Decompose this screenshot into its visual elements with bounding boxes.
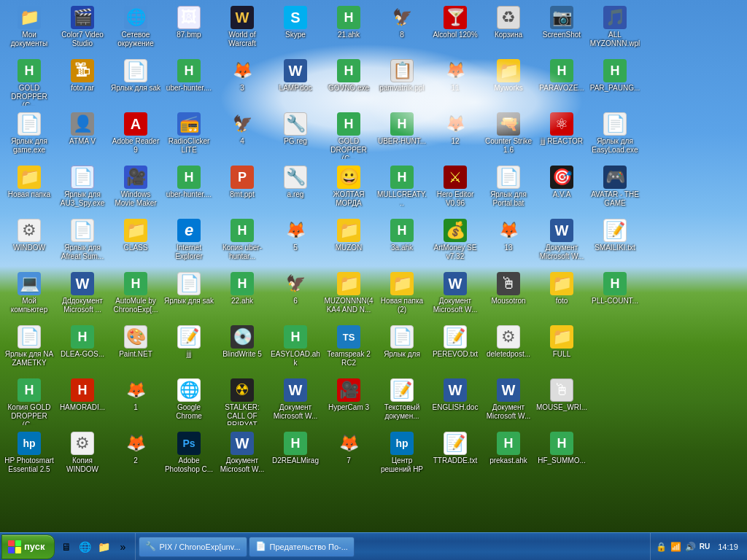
icon-hero-editor[interactable]: ⚔Hero Editor V0.96 bbox=[429, 163, 481, 215]
icon-prekast-ahk[interactable]: Hprekast.ahk bbox=[482, 429, 535, 481]
icon-icon3[interactable]: 🦊3 bbox=[216, 56, 268, 109]
icon-alcohol[interactable]: 🍸Alcohol 120% bbox=[429, 3, 481, 55]
icon-gold-dropper1[interactable]: HGOLD DROPPER (С... bbox=[3, 56, 55, 109]
icon-deletedpost[interactable]: ⚙deletedpost... bbox=[482, 322, 535, 375]
icon-icon4[interactable]: 🦅4 bbox=[216, 109, 268, 162]
start-button[interactable]: пуск bbox=[1, 534, 55, 559]
icon-doc-microsoft3[interactable]: WДокумент Microsoft W... bbox=[269, 376, 322, 428]
icon-uber-hunter2[interactable]: Huber-hunter.... bbox=[163, 163, 215, 215]
icon-doc-microsoft2[interactable]: WДокумент Microsoft W... bbox=[216, 429, 268, 481]
icon-adobe-photoshop[interactable]: PsAdobe Photoshop C... bbox=[163, 429, 215, 481]
icon-ttradde-txt[interactable]: 📝TTRADDE.txt bbox=[429, 429, 481, 481]
icon-par-paung[interactable]: HPAR_PAUNG... bbox=[589, 56, 641, 109]
extra-quick-icon[interactable]: » bbox=[115, 538, 132, 556]
ie-quick-icon[interactable]: 🌐 bbox=[77, 538, 94, 556]
taskbar-item-pix[interactable]: 🔧 PIX / ChronoExp[unv... bbox=[139, 537, 247, 557]
icon-smailiki-txt[interactable]: 📝SMAILIKI.txt bbox=[589, 216, 641, 268]
icon-icon5[interactable]: 🦊5 bbox=[269, 216, 322, 268]
icon-shortcut-sak2[interactable]: 📄Ярлык для sak bbox=[163, 269, 215, 322]
icon-blindwrite[interactable]: 💿BlindWrite 5 bbox=[216, 322, 268, 375]
icon-copy-window[interactable]: ⚙Копия WINDOW bbox=[56, 429, 109, 481]
icon-govno-exe[interactable]: HGOVNO.exe bbox=[322, 56, 375, 109]
icon-foto-rar[interactable]: 🗜foto.rar bbox=[56, 56, 109, 109]
icon-icon8[interactable]: 🦅8 bbox=[376, 3, 428, 55]
icon-automule[interactable]: HAutoMule by ChronoExp[... bbox=[109, 269, 162, 322]
icon-jjj[interactable]: 📝jjj bbox=[163, 322, 215, 375]
icon-pamvatnik-ppl[interactable]: 📋pamvatnik.ppl bbox=[376, 56, 428, 109]
icon-pll-count[interactable]: HPLL-COUNT... bbox=[589, 269, 641, 322]
icon-icon87bmp[interactable]: 🖼87.bmp bbox=[163, 3, 215, 55]
icon-icon13[interactable]: 🦊13 bbox=[482, 216, 535, 268]
icon-icon8mt-ppt[interactable]: P8mt.ppt bbox=[216, 163, 268, 215]
icon-copy-uber-hunter[interactable]: HКопия uber-huntar... bbox=[216, 216, 268, 268]
icon-hp-photosmart[interactable]: hpHP Photosmart Essential 2.5 bbox=[3, 429, 55, 481]
icon-shortcut-portal[interactable]: 📄Ярлык для Portal.bat bbox=[482, 163, 535, 215]
icon-english-doc[interactable]: WENGLISH.doc bbox=[429, 376, 481, 428]
icon-copy-gold-dropper[interactable]: HКопия GOLD DROPPER (С... bbox=[3, 376, 55, 428]
icon-jjj-reactor[interactable]: ⚛jjj REACTOR bbox=[535, 109, 588, 162]
tray-network-icon[interactable]: 📶 bbox=[670, 541, 681, 553]
icon-d2realm-rag[interactable]: HD2REALMirag bbox=[269, 429, 322, 481]
icon-icon6[interactable]: 🦅6 bbox=[269, 269, 322, 322]
icon-mouse-wri[interactable]: 🖱MOUSE_WRI... bbox=[535, 376, 588, 428]
icon-gold-dropper2[interactable]: HGOLD DROPPER (С... bbox=[322, 109, 375, 162]
icon-doc-microsoft4[interactable]: WДокумент Microsoft W... bbox=[429, 269, 481, 322]
icon-shortcut-easyload[interactable]: 📄Ярлык для EasyLoad.exe bbox=[589, 109, 641, 162]
icon-network[interactable]: 🌐Сетевое окружение bbox=[109, 3, 162, 55]
icon-icon12[interactable]: 🦊12 bbox=[429, 109, 481, 162]
icon-icon7[interactable]: 🦊7 bbox=[322, 429, 375, 481]
icon-perevod-txt[interactable]: 📝PEREVOD.txt bbox=[429, 322, 481, 375]
icon-shortcut-au3spy[interactable]: 📄Ярлык для AU3_Spy.exe bbox=[56, 163, 109, 215]
icon-korzina[interactable]: ♻Корзина bbox=[482, 3, 535, 55]
icon-hf-summo[interactable]: HHF_SUMMO... bbox=[535, 429, 588, 481]
icon-hypercam[interactable]: 🎥HyperCam 3 bbox=[322, 376, 375, 428]
icon-shortcut-sak[interactable]: 📄Ярлык для sak bbox=[109, 56, 162, 109]
icon-window[interactable]: ⚙WINDOW bbox=[3, 216, 55, 268]
icon-doc-microsoft6[interactable]: WДокумент Microsoft W... bbox=[535, 216, 588, 268]
icon-class[interactable]: 📁CLASS bbox=[109, 216, 162, 268]
icon-world-of-warcraft[interactable]: WWorld of Warcraft bbox=[216, 3, 268, 55]
icon-new-folder2[interactable]: 📁Новая папка (2) bbox=[376, 269, 428, 322]
icon-color7-video[interactable]: 🎬Color7 Video Studio bbox=[56, 3, 109, 55]
icon-atma-v[interactable]: 👤ATMA V bbox=[56, 109, 109, 162]
icon-shortcut-afreat[interactable]: 📄Ярлык для Afreat Sum... bbox=[56, 216, 109, 268]
icon-doc-microsoft5[interactable]: WДокумент Microsoft W... bbox=[482, 376, 535, 428]
icon-shortcut-nazametky[interactable]: 📄Ярлык для NA ZAMETKY bbox=[3, 322, 55, 375]
icon-pg-reg[interactable]: 🔧PG.reg bbox=[269, 109, 322, 162]
icon-muzonnnn[interactable]: 📁MUZONNNN(4 KA4 AND N... bbox=[322, 269, 375, 322]
icon-adobe-reader[interactable]: AAdobe Reader 9 bbox=[109, 109, 162, 162]
tray-volume-icon[interactable]: 🔊 bbox=[684, 541, 696, 553]
icon-avatar-game[interactable]: 🎮AVATAR - THE GAME bbox=[589, 163, 641, 215]
icon-hamoradi[interactable]: HHAMORADI... bbox=[56, 376, 109, 428]
icon-stalker[interactable]: ☢STALKER: CALL OF PRIPYAT bbox=[216, 376, 268, 428]
icon-mullcreaty[interactable]: HMULLCREATY... bbox=[376, 163, 428, 215]
icon-dlea-gos[interactable]: HDLEA-GOS... bbox=[56, 322, 109, 375]
icon-paravoze[interactable]: HPARAVOZE... bbox=[535, 56, 588, 109]
icon-my-docs[interactable]: 📁Мои документы bbox=[3, 3, 55, 55]
icon-google-chrome[interactable]: 🌐Google Chrome bbox=[163, 376, 215, 428]
icon-paint-net[interactable]: 🎨Paint.NET bbox=[109, 322, 162, 375]
icon-ie[interactable]: eInternet Explorer bbox=[163, 216, 215, 268]
icon-screenshot[interactable]: 📷ScreenShot bbox=[535, 3, 588, 55]
icon-full[interactable]: 📁FULL bbox=[535, 322, 588, 375]
icon-muzon[interactable]: 📁MUZON bbox=[322, 216, 375, 268]
show-desktop-icon[interactable]: 🖥 bbox=[58, 538, 75, 556]
icon-new-folder1[interactable]: 📁Новая папка bbox=[3, 163, 55, 215]
icon-foto-folder[interactable]: 📁foto bbox=[535, 269, 588, 322]
icon-textdoc[interactable]: 📝Текстовый докумен... bbox=[376, 376, 428, 428]
icon-easyload-ahk[interactable]: HEASYLOAD.ahk bbox=[269, 322, 322, 375]
icon-hp-center[interactable]: hpЦентр решений HP bbox=[376, 429, 428, 481]
icon-doc-microsoft1[interactable]: WДdдокумент Microsoft ... bbox=[56, 269, 109, 322]
icon-win-movie-maker[interactable]: 🎥Windows Movie Maker bbox=[109, 163, 162, 215]
icon-icon2[interactable]: 🦊2 bbox=[109, 429, 162, 481]
icon-zholtaya-morda[interactable]: 😀ЖОЛТАЯ МОРДА bbox=[322, 163, 375, 215]
icon-artmoney[interactable]: 💰ArtMoney SE v7.32 bbox=[429, 216, 481, 268]
icon-myworks[interactable]: 📁Myworks bbox=[482, 56, 535, 109]
taskbar-item-pred[interactable]: 📄 Предательство По-... bbox=[249, 537, 355, 557]
icon-lamp-doc[interactable]: WLAMP.doc bbox=[269, 56, 322, 109]
icon-shortcut-jjj[interactable]: 📄Ярлык для bbox=[376, 322, 428, 375]
folder-quick-icon[interactable]: 📁 bbox=[96, 538, 113, 556]
icon-skype[interactable]: SSkype bbox=[269, 3, 322, 55]
icon-icon22ahk[interactable]: H22.ahk bbox=[216, 269, 268, 322]
icon-teamspeak[interactable]: TSTeamspeak 2 RC2 bbox=[322, 322, 375, 375]
